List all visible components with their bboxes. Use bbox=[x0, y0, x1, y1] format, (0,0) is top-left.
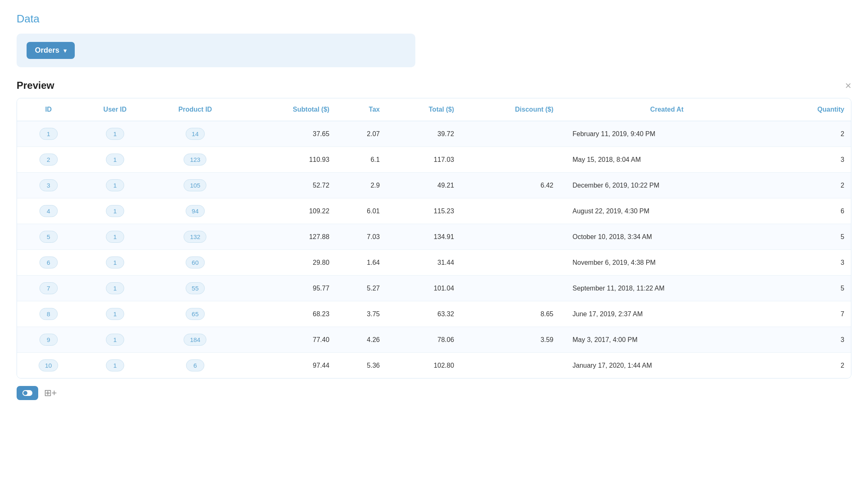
cell-product_id: 55 bbox=[150, 276, 240, 301]
preview-section: Preview × ID User ID Product ID Subtotal… bbox=[17, 80, 851, 378]
cell-total: 78.06 bbox=[386, 327, 461, 353]
cell-id: 3 bbox=[17, 173, 80, 198]
footer-bar: ⊞+ bbox=[17, 386, 851, 400]
cell-id: 2 bbox=[17, 147, 80, 173]
cell-id: 7 bbox=[17, 276, 80, 301]
cell-id: 6 bbox=[17, 250, 80, 276]
cell-quantity: 3 bbox=[774, 327, 851, 353]
cell-tax: 1.64 bbox=[336, 250, 386, 276]
cell-created_at: December 6, 2019, 10:22 PM bbox=[560, 173, 774, 198]
cell-tax: 7.03 bbox=[336, 224, 386, 250]
table-row: 715595.775.27101.04September 11, 2018, 1… bbox=[17, 276, 851, 301]
table-header-row: ID User ID Product ID Subtotal ($) Tax T… bbox=[17, 98, 851, 121]
cell-created_at: September 11, 2018, 11:22 AM bbox=[560, 276, 774, 301]
cell-tax: 4.26 bbox=[336, 327, 386, 353]
cell-tax: 6.01 bbox=[336, 198, 386, 224]
chevron-down-icon: ▾ bbox=[64, 47, 66, 54]
cell-user_id: 1 bbox=[80, 173, 150, 198]
close-button[interactable]: × bbox=[845, 80, 851, 91]
grid-icon: ⊞+ bbox=[44, 388, 57, 398]
cell-discount: 8.65 bbox=[461, 301, 560, 327]
cell-subtotal: 77.40 bbox=[240, 327, 336, 353]
cell-quantity: 2 bbox=[774, 353, 851, 378]
cell-id: 10 bbox=[17, 353, 80, 378]
cell-discount bbox=[461, 147, 560, 173]
cell-product_id: 132 bbox=[150, 224, 240, 250]
cell-created_at: June 17, 2019, 2:37 AM bbox=[560, 301, 774, 327]
orders-button-label: Orders bbox=[35, 46, 59, 55]
cell-user_id: 1 bbox=[80, 276, 150, 301]
cell-id: 1 bbox=[17, 121, 80, 147]
cell-created_at: January 17, 2020, 1:44 AM bbox=[560, 353, 774, 378]
cell-user_id: 1 bbox=[80, 250, 150, 276]
cell-created_at: May 3, 2017, 4:00 PM bbox=[560, 327, 774, 353]
cell-subtotal: 127.88 bbox=[240, 224, 336, 250]
cell-product_id: 65 bbox=[150, 301, 240, 327]
cell-subtotal: 97.44 bbox=[240, 353, 336, 378]
cell-quantity: 6 bbox=[774, 198, 851, 224]
cell-discount bbox=[461, 198, 560, 224]
orders-dropdown-button[interactable]: Orders ▾ bbox=[27, 42, 75, 59]
cell-total: 63.32 bbox=[386, 301, 461, 327]
cell-subtotal: 95.77 bbox=[240, 276, 336, 301]
cell-quantity: 3 bbox=[774, 147, 851, 173]
column-header-discount: Discount ($) bbox=[461, 98, 560, 121]
table-row: 816568.233.7563.328.65June 17, 2019, 2:3… bbox=[17, 301, 851, 327]
cell-user_id: 1 bbox=[80, 147, 150, 173]
cell-user_id: 1 bbox=[80, 224, 150, 250]
cell-discount bbox=[461, 224, 560, 250]
cell-product_id: 94 bbox=[150, 198, 240, 224]
cell-quantity: 7 bbox=[774, 301, 851, 327]
table-row: 111437.652.0739.72February 11, 2019, 9:4… bbox=[17, 121, 851, 147]
cell-product_id: 14 bbox=[150, 121, 240, 147]
cell-total: 101.04 bbox=[386, 276, 461, 301]
cell-subtotal: 109.22 bbox=[240, 198, 336, 224]
cell-created_at: October 10, 2018, 3:34 AM bbox=[560, 224, 774, 250]
selector-bar: Orders ▾ bbox=[17, 34, 415, 67]
cell-tax: 5.36 bbox=[336, 353, 386, 378]
column-header-subtotal: Subtotal ($) bbox=[240, 98, 336, 121]
cell-product_id: 6 bbox=[150, 353, 240, 378]
table-row: 51132127.887.03134.91October 10, 2018, 3… bbox=[17, 224, 851, 250]
table-row: 101697.445.36102.80January 17, 2020, 1:4… bbox=[17, 353, 851, 378]
column-header-id: ID bbox=[17, 98, 80, 121]
cell-id: 9 bbox=[17, 327, 80, 353]
cell-tax: 5.27 bbox=[336, 276, 386, 301]
cell-total: 39.72 bbox=[386, 121, 461, 147]
page-title: Data bbox=[17, 12, 851, 25]
cell-discount: 3.59 bbox=[461, 327, 560, 353]
cell-created_at: February 11, 2019, 9:40 PM bbox=[560, 121, 774, 147]
table-row: 4194109.226.01115.23August 22, 2019, 4:3… bbox=[17, 198, 851, 224]
cell-user_id: 1 bbox=[80, 198, 150, 224]
orders-table: ID User ID Product ID Subtotal ($) Tax T… bbox=[17, 98, 851, 378]
cell-created_at: November 6, 2019, 4:38 PM bbox=[560, 250, 774, 276]
cell-product_id: 123 bbox=[150, 147, 240, 173]
data-table-wrapper: ID User ID Product ID Subtotal ($) Tax T… bbox=[17, 98, 851, 378]
column-header-quantity: Quantity bbox=[774, 98, 851, 121]
cell-subtotal: 110.93 bbox=[240, 147, 336, 173]
preview-title: Preview bbox=[17, 80, 54, 91]
cell-quantity: 2 bbox=[774, 121, 851, 147]
toggle-icon bbox=[22, 390, 32, 396]
cell-subtotal: 68.23 bbox=[240, 301, 336, 327]
toggle-button[interactable] bbox=[17, 386, 38, 400]
table-row: 21123110.936.1117.03May 15, 2018, 8:04 A… bbox=[17, 147, 851, 173]
cell-id: 8 bbox=[17, 301, 80, 327]
cell-total: 134.91 bbox=[386, 224, 461, 250]
cell-discount: 6.42 bbox=[461, 173, 560, 198]
cell-user_id: 1 bbox=[80, 327, 150, 353]
cell-discount bbox=[461, 121, 560, 147]
cell-subtotal: 37.65 bbox=[240, 121, 336, 147]
cell-subtotal: 52.72 bbox=[240, 173, 336, 198]
cell-total: 117.03 bbox=[386, 147, 461, 173]
cell-quantity: 2 bbox=[774, 173, 851, 198]
grid-button[interactable]: ⊞+ bbox=[44, 388, 57, 398]
cell-id: 4 bbox=[17, 198, 80, 224]
table-row: 9118477.404.2678.063.59May 3, 2017, 4:00… bbox=[17, 327, 851, 353]
column-header-tax: Tax bbox=[336, 98, 386, 121]
cell-product_id: 105 bbox=[150, 173, 240, 198]
cell-created_at: May 15, 2018, 8:04 AM bbox=[560, 147, 774, 173]
cell-product_id: 60 bbox=[150, 250, 240, 276]
cell-subtotal: 29.80 bbox=[240, 250, 336, 276]
cell-tax: 2.07 bbox=[336, 121, 386, 147]
